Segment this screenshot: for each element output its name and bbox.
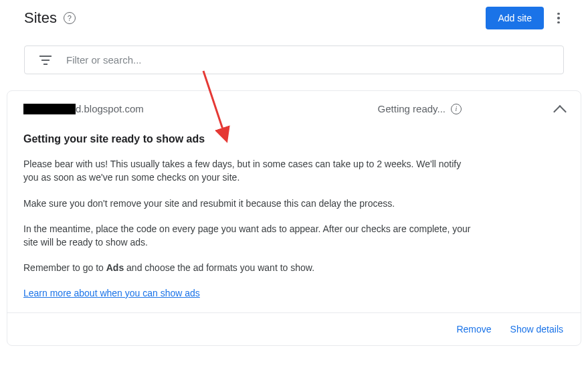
header-left: Sites ? bbox=[24, 9, 76, 27]
p4-bold: Ads bbox=[106, 262, 124, 273]
redacted-text bbox=[23, 104, 76, 114]
help-icon[interactable]: ? bbox=[64, 12, 76, 24]
site-card: d.blogspot.com Getting ready... i Gettin… bbox=[7, 90, 581, 346]
show-details-button[interactable]: Show details bbox=[510, 324, 563, 335]
p4-post: and choose the ad formats you want to sh… bbox=[124, 262, 314, 273]
site-card-body: Getting your site ready to show ads Plea… bbox=[7, 126, 581, 313]
site-status: Getting ready... i bbox=[378, 103, 462, 114]
body-heading: Getting your site ready to show ads bbox=[23, 133, 565, 145]
learn-more-link[interactable]: Learn more about when you can show ads bbox=[23, 288, 200, 298]
remove-button[interactable]: Remove bbox=[456, 324, 491, 335]
status-text: Getting ready... bbox=[378, 103, 446, 114]
info-icon[interactable]: i bbox=[451, 104, 462, 114]
add-site-button[interactable]: Add site bbox=[486, 7, 544, 29]
filter-input[interactable] bbox=[66, 54, 549, 66]
page-header: Sites ? Add site bbox=[0, 0, 588, 36]
filter-icon bbox=[39, 56, 52, 65]
site-card-footer: Remove Show details bbox=[7, 313, 581, 345]
site-url: d.blogspot.com bbox=[23, 103, 144, 114]
chevron-up-icon[interactable] bbox=[553, 105, 567, 118]
filter-bar[interactable] bbox=[24, 45, 564, 74]
site-url-suffix: d.blogspot.com bbox=[76, 103, 144, 114]
paragraph-4: Remember to go to Ads and choose the ad … bbox=[23, 261, 478, 274]
site-card-header[interactable]: d.blogspot.com Getting ready... i bbox=[7, 91, 581, 126]
more-options-icon[interactable] bbox=[551, 9, 567, 28]
paragraph-2: Make sure you don't remove your site and… bbox=[23, 197, 478, 210]
p4-pre: Remember to go to bbox=[23, 262, 106, 273]
paragraph-3: In the meantime, place the code on every… bbox=[23, 222, 478, 250]
page-title: Sites bbox=[24, 9, 57, 27]
paragraph-1: Please bear with us! This usually takes … bbox=[23, 157, 478, 185]
header-right: Add site bbox=[486, 7, 567, 29]
